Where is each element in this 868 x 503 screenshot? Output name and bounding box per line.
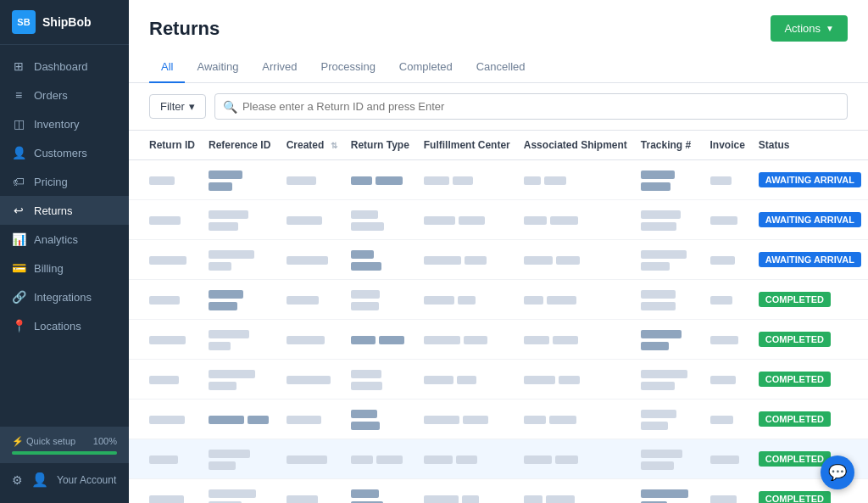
search-icon: 🔍 bbox=[223, 100, 237, 114]
cell-return-id bbox=[129, 160, 202, 200]
cell-fulfillment-center bbox=[417, 280, 517, 320]
logo-text: ShipBob bbox=[42, 15, 92, 29]
sidebar-item-label: Orders bbox=[34, 89, 68, 102]
cell-fulfillment-center bbox=[417, 439, 517, 479]
billing-icon: 💳 bbox=[12, 261, 25, 275]
cell-return-id bbox=[129, 439, 202, 479]
tab-cancelled[interactable]: Cancelled bbox=[465, 52, 537, 83]
sidebar-item-locations[interactable]: 📍 Locations bbox=[0, 311, 129, 340]
sidebar-item-label: Dashboard bbox=[34, 60, 88, 73]
table-header-row: Return ID Reference ID Created ⇅ Return … bbox=[129, 131, 868, 160]
cell-return-type bbox=[344, 240, 417, 280]
cell-return-id bbox=[129, 280, 202, 320]
sidebar-item-label: Billing bbox=[34, 262, 64, 275]
cell-invoice bbox=[704, 200, 752, 240]
cell-invoice bbox=[704, 280, 752, 320]
quick-setup-label: ⚡ Quick setup 100% bbox=[12, 436, 117, 447]
filter-button[interactable]: Filter ▾ bbox=[149, 94, 206, 119]
cell-tracking bbox=[634, 160, 704, 200]
tab-completed[interactable]: Completed bbox=[387, 52, 465, 83]
cell-status: AWAITING ARRIVAL bbox=[752, 240, 868, 280]
cell-created bbox=[280, 479, 344, 504]
sidebar-item-label: Returns bbox=[34, 204, 73, 217]
logo-icon: SB bbox=[12, 10, 36, 34]
quick-setup[interactable]: ⚡ Quick setup 100% bbox=[0, 428, 129, 463]
tab-arrived[interactable]: Arrived bbox=[250, 52, 309, 83]
cell-reference-id bbox=[202, 439, 280, 479]
logo[interactable]: SB ShipBob bbox=[0, 0, 129, 45]
tab-processing[interactable]: Processing bbox=[309, 52, 387, 83]
sidebar-item-orders[interactable]: ≡ Orders bbox=[0, 81, 129, 109]
cell-status: AWAITING ARRIVAL bbox=[752, 200, 868, 240]
sort-icon[interactable]: ⇅ bbox=[331, 141, 337, 150]
cell-invoice bbox=[704, 240, 752, 280]
actions-button[interactable]: Actions ▼ bbox=[771, 15, 848, 42]
cell-created bbox=[280, 320, 344, 360]
status-badge: AWAITING ARRIVAL bbox=[759, 172, 861, 187]
table-row[interactable]: AWAITING ARRIVAL bbox=[129, 240, 868, 280]
cell-fulfillment-center bbox=[417, 479, 517, 504]
status-badge: COMPLETED bbox=[759, 411, 831, 427]
inventory-icon: ◫ bbox=[12, 117, 25, 131]
table-body: AWAITING ARRIVAL AWAITING ARRIVAL AWAITI… bbox=[129, 160, 868, 504]
cell-associated-shipment bbox=[517, 160, 634, 200]
sidebar-item-dashboard[interactable]: ⊞ Dashboard bbox=[0, 52, 129, 81]
sidebar-item-pricing[interactable]: 🏷 Pricing bbox=[0, 167, 129, 196]
cell-associated-shipment bbox=[517, 200, 634, 240]
cell-return-id bbox=[129, 200, 202, 240]
cell-return-type bbox=[344, 360, 417, 400]
col-reference-id: Reference ID bbox=[202, 131, 280, 160]
cell-created bbox=[280, 240, 344, 280]
cell-associated-shipment bbox=[517, 280, 634, 320]
cell-status: AWAITING ARRIVAL bbox=[752, 160, 868, 200]
sidebar-item-analytics[interactable]: 📊 Analytics bbox=[0, 225, 129, 254]
locations-icon: 📍 bbox=[12, 319, 25, 333]
cell-reference-id bbox=[202, 280, 280, 320]
cell-reference-id bbox=[202, 479, 280, 504]
table-row[interactable]: AWAITING ARRIVAL bbox=[129, 200, 868, 240]
sidebar-item-label: Inventory bbox=[34, 118, 79, 131]
cell-reference-id bbox=[202, 360, 280, 400]
cell-reference-id bbox=[202, 200, 280, 240]
orders-icon: ≡ bbox=[12, 88, 25, 102]
cell-tracking bbox=[634, 400, 704, 439]
table-row[interactable]: COMPLETED bbox=[129, 320, 868, 360]
quick-setup-progress-fill bbox=[12, 451, 117, 455]
settings-icon: ⚙ bbox=[12, 473, 23, 487]
sidebar-item-customers[interactable]: 👤 Customers bbox=[0, 138, 129, 167]
search-input[interactable] bbox=[214, 93, 848, 120]
search-box: 🔍 bbox=[214, 93, 848, 120]
sidebar: SB ShipBob ⊞ Dashboard ≡ Orders ◫ Invent… bbox=[0, 0, 129, 503]
your-account[interactable]: ⚙ 👤 Your Account bbox=[0, 463, 129, 496]
cell-reference-id bbox=[202, 240, 280, 280]
cell-associated-shipment bbox=[517, 320, 634, 360]
cell-invoice bbox=[704, 400, 752, 439]
tab-all[interactable]: All bbox=[149, 52, 185, 83]
sidebar-item-integrations[interactable]: 🔗 Integrations bbox=[0, 282, 129, 311]
table-row[interactable]: COMPLETED bbox=[129, 280, 868, 320]
cell-status: COMPLETED bbox=[752, 360, 868, 400]
table-row[interactable]: COMPLETED bbox=[129, 439, 868, 479]
sidebar-item-billing[interactable]: 💳 Billing bbox=[0, 254, 129, 282]
table-row[interactable]: COMPLETED bbox=[129, 360, 868, 400]
sidebar-item-inventory[interactable]: ◫ Inventory bbox=[0, 109, 129, 138]
cell-created bbox=[280, 160, 344, 200]
cell-reference-id bbox=[202, 320, 280, 360]
status-badge: COMPLETED bbox=[759, 292, 831, 307]
col-return-type: Return Type bbox=[344, 131, 417, 160]
cell-return-id bbox=[129, 240, 202, 280]
cell-fulfillment-center bbox=[417, 160, 517, 200]
cell-associated-shipment bbox=[517, 479, 634, 504]
col-status: Status bbox=[752, 131, 868, 160]
sidebar-item-returns[interactable]: ↩ Returns bbox=[0, 196, 129, 225]
tab-awaiting[interactable]: Awaiting bbox=[185, 52, 250, 83]
table-row[interactable]: COMPLETED bbox=[129, 479, 868, 504]
cell-created bbox=[280, 439, 344, 479]
col-created[interactable]: Created ⇅ bbox=[280, 131, 344, 160]
chat-support-button[interactable]: 💬 bbox=[821, 455, 854, 489]
table-row[interactable]: COMPLETED bbox=[129, 400, 868, 439]
col-tracking: Tracking # bbox=[634, 131, 704, 160]
filter-row: Filter ▾ 🔍 bbox=[129, 83, 868, 131]
col-return-id: Return ID bbox=[129, 131, 202, 160]
table-row[interactable]: AWAITING ARRIVAL bbox=[129, 160, 868, 200]
